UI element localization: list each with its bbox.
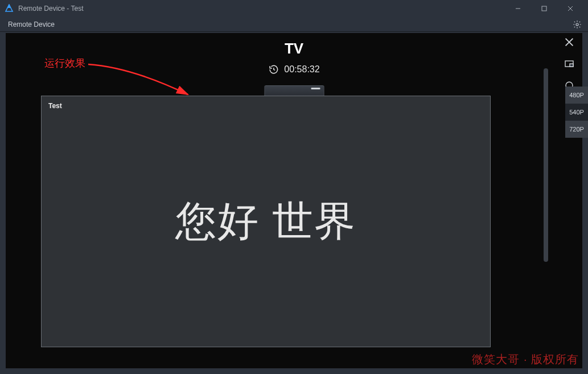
svg-point-1 (576, 23, 578, 26)
scrollbar[interactable] (544, 68, 548, 357)
timer-value: 00:58:32 (284, 64, 319, 75)
menu-bar: Remote Device (0, 17, 588, 32)
copyright-watermark: 微笑大哥 · 版权所有 (471, 352, 580, 367)
svg-rect-0 (542, 6, 546, 11)
settings-button[interactable] (571, 18, 583, 31)
remote-screen-text: 您好 世界 (42, 194, 490, 249)
scrollbar-thumb[interactable] (544, 68, 548, 262)
remote-app-title: Test (48, 102, 62, 110)
minimize-button[interactable] (505, 0, 531, 17)
content-area: TV 00:58:32 Test 您好 世界 (6, 33, 582, 368)
resolution-option-480p[interactable]: 480P (565, 87, 588, 104)
menu-remote-device[interactable]: Remote Device (5, 19, 58, 30)
svg-rect-3 (570, 64, 573, 67)
annotation-label: 运行效果 (44, 56, 85, 70)
side-layout-button[interactable] (562, 57, 576, 71)
window-title: Remote Device - Test (18, 5, 84, 13)
history-icon (268, 64, 278, 75)
timer-row: 00:58:32 (268, 64, 319, 75)
side-close-button[interactable] (562, 35, 576, 49)
title-bar: Remote Device - Test (0, 0, 588, 17)
resolution-option-540p[interactable]: 540P (565, 104, 588, 121)
remote-screen[interactable]: Test 您好 世界 (41, 96, 491, 347)
resolution-option-720p[interactable]: 720P (565, 121, 588, 138)
app-logo-icon (5, 4, 14, 13)
close-window-button[interactable] (557, 0, 583, 17)
resolution-menu: 480P 540P 720P (565, 87, 588, 138)
device-type-label: TV (285, 40, 303, 57)
maximize-button[interactable] (531, 0, 557, 17)
